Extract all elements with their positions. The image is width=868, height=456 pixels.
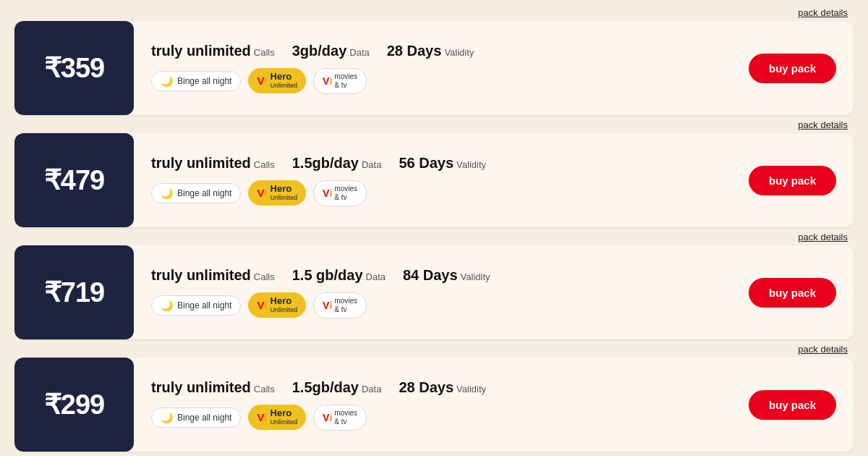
vi-movies-badge: Vi movies & tv	[313, 68, 367, 94]
hero-sub: Unlimited	[271, 195, 298, 202]
vi-hero-vi-logo: Vi	[257, 187, 267, 199]
price-value: ₹299	[44, 389, 104, 421]
vi-movies-i: i	[329, 187, 332, 199]
vi-hero-badge: Vi Hero Unlimited	[248, 180, 306, 205]
vi-movies-v: V	[323, 75, 329, 87]
vi-hero-vi-logo: Vi	[257, 411, 267, 423]
pack-details-link[interactable]: pack details	[14, 119, 854, 130]
pack-info: truly unlimited Calls 1.5gb/day Data 28 …	[134, 368, 749, 442]
validity-amount: 28 Days	[399, 379, 454, 396]
calls-type: Calls	[254, 47, 275, 58]
vi-movies-text: movies & tv	[334, 297, 357, 314]
pack-card: ₹479 truly unlimited Calls 1.5gb/day Dat…	[14, 133, 854, 227]
validity-label: Validity	[461, 271, 490, 282]
vi-movies-i: i	[329, 300, 332, 311]
pack-card: ₹719 truly unlimited Calls 1.5 gb/day Da…	[14, 245, 854, 339]
pack-details-link[interactable]: pack details	[14, 232, 854, 242]
data-amount: 1.5gb/day	[292, 155, 359, 172]
vi-letter-i: i	[264, 299, 267, 311]
binge-label: Binge all night	[177, 188, 231, 198]
tv-label: & tv	[334, 193, 357, 202]
data-label: Data	[349, 47, 369, 58]
buy-pack-button[interactable]: buy pack	[749, 278, 836, 308]
movies-label: movies	[334, 72, 357, 81]
vi-movies-text: movies & tv	[334, 72, 357, 90]
pack-specs: truly unlimited Calls 1.5 gb/day Data 84…	[151, 267, 731, 284]
price-value: ₹359	[44, 52, 104, 84]
vi-letter-v: V	[257, 187, 264, 199]
price-value: ₹719	[44, 276, 104, 308]
buy-pack-button[interactable]: buy pack	[749, 166, 836, 195]
pack-badges: 🌙 Binge all night Vi Hero Unlimited	[151, 180, 731, 206]
validity-amount: 28 Days	[387, 43, 442, 59]
hero-sub: Unlimited	[271, 307, 298, 314]
binge-label: Binge all night	[177, 76, 231, 86]
validity-label: Validity	[456, 384, 486, 394]
vi-movies-vi-logo: Vi	[323, 187, 332, 199]
calls-label: truly unlimited	[151, 267, 251, 284]
validity-label: Validity	[444, 47, 474, 58]
validity-amount: 84 Days	[403, 267, 458, 284]
vi-hero-vi-logo: Vi	[257, 75, 267, 87]
pack-specs: truly unlimited Calls 3gb/day Data 28 Da…	[151, 43, 731, 59]
binge-badge: 🌙 Binge all night	[151, 295, 241, 316]
hero-main: Hero	[271, 184, 298, 194]
buy-pack-button[interactable]: buy pack	[749, 390, 836, 420]
moon-icon: 🌙	[161, 300, 173, 311]
pack-card: ₹299 truly unlimited Calls 1.5gb/day Dat…	[14, 358, 854, 452]
vi-letter-i: i	[264, 75, 267, 87]
vi-movies-vi-logo: Vi	[323, 300, 332, 311]
calls-label: truly unlimited	[151, 43, 251, 59]
calls-type: Calls	[254, 159, 275, 170]
data-amount: 1.5 gb/day	[292, 267, 363, 284]
vi-movies-text: movies & tv	[334, 409, 357, 426]
hero-sub: Unlimited	[271, 419, 298, 426]
hero-text: Hero Unlimited	[271, 408, 298, 426]
pack-wrapper-3: pack details ₹299 truly unlimited Calls …	[14, 344, 854, 452]
hero-main: Hero	[271, 72, 298, 82]
pack-specs: truly unlimited Calls 1.5gb/day Data 56 …	[151, 155, 731, 172]
vi-movies-v: V	[323, 300, 329, 311]
validity-label: Validity	[456, 159, 486, 170]
calls-type: Calls	[254, 271, 275, 282]
vi-movies-badge: Vi movies & tv	[313, 180, 367, 206]
price-box: ₹299	[14, 358, 134, 452]
vi-movies-text: movies & tv	[334, 185, 357, 202]
price-box: ₹479	[14, 133, 134, 227]
hero-text: Hero Unlimited	[271, 296, 298, 313]
vi-movies-i: i	[329, 412, 332, 423]
vi-letter-v: V	[257, 411, 264, 423]
pack-wrapper-2: pack details ₹719 truly unlimited Calls …	[14, 232, 854, 339]
pack-info: truly unlimited Calls 1.5 gb/day Data 84…	[134, 256, 749, 330]
price-box: ₹719	[14, 245, 134, 339]
vi-movies-vi-logo: Vi	[323, 412, 332, 423]
calls-type: Calls	[254, 384, 275, 394]
vi-movies-v: V	[323, 187, 329, 199]
hero-text: Hero Unlimited	[271, 72, 298, 89]
vi-movies-v: V	[323, 412, 329, 423]
pack-badges: 🌙 Binge all night Vi Hero Unlimited	[151, 405, 731, 431]
vi-movies-vi-logo: Vi	[323, 75, 332, 87]
pack-card: ₹359 truly unlimited Calls 3gb/day Data …	[14, 21, 854, 115]
vi-letter-v: V	[257, 299, 264, 311]
tv-label: & tv	[334, 418, 357, 426]
moon-icon: 🌙	[161, 412, 173, 423]
price-value: ₹479	[44, 164, 104, 196]
data-amount: 1.5gb/day	[292, 379, 359, 396]
data-label: Data	[366, 271, 386, 282]
vi-hero-vi-logo: Vi	[257, 299, 267, 311]
pack-specs: truly unlimited Calls 1.5gb/day Data 28 …	[151, 379, 731, 396]
hero-text: Hero Unlimited	[271, 184, 298, 201]
vi-hero-badge: Vi Hero Unlimited	[248, 405, 306, 429]
vi-movies-i: i	[329, 75, 332, 87]
vi-movies-badge: Vi movies & tv	[313, 292, 367, 318]
pack-details-link[interactable]: pack details	[14, 344, 854, 355]
pack-info: truly unlimited Calls 1.5gb/day Data 56 …	[134, 143, 749, 218]
hero-main: Hero	[271, 408, 298, 418]
movies-label: movies	[334, 185, 357, 193]
hero-sub: Unlimited	[271, 83, 298, 90]
pack-details-link[interactable]: pack details	[14, 7, 854, 18]
buy-pack-button[interactable]: buy pack	[749, 54, 836, 83]
binge-label: Binge all night	[177, 413, 231, 423]
validity-amount: 56 Days	[399, 155, 454, 172]
